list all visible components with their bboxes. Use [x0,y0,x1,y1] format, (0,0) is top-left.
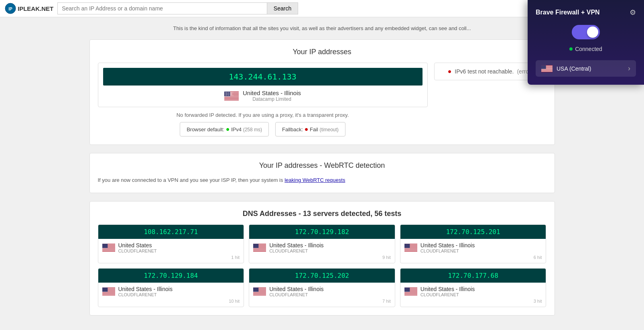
dns-card-body: United States CLOUDFLARENET 1 hit [98,239,244,263]
svg-rect-8 [224,99,239,100]
dns-card-isp: CLOUDFLARENET [269,292,323,297]
svg-rect-51 [253,292,266,293]
browser-default-label: Browser default: [187,126,224,132]
vpn-header: Brave Firewall + VPN ⚙ [536,8,636,17]
dns-card-location: United States - Illinois CLOUDFLARENET [253,242,391,253]
svg-rect-69 [541,71,553,71]
svg-rect-68 [541,70,553,70]
fallback-status: Fail [310,126,318,132]
dns-card-location: United States CLOUDFLARENET [102,242,240,253]
dns-card: 172.70.177.68 United States - Illin [400,268,546,307]
dns-card-body: United States - Illinois CLOUDFLARENET 9… [249,239,395,263]
dns-section: DNS Addresses - 13 servers detected, 56 … [89,201,555,316]
svg-rect-67 [541,69,553,69]
webrtc-link[interactable]: leaking WebRTC requests [284,177,345,183]
dns-card: 108.162.217.71 United States [98,224,244,263]
dns-card-location: United States - Illinois CLOUDFLARENET [102,286,240,297]
dns-card-body: United States - Illinois CLOUDFLARENET 7… [249,283,395,307]
dns-card-isp: CLOUDFLARENET [421,249,475,253]
search-button[interactable]: Search [267,2,298,14]
svg-rect-70 [541,65,546,69]
main-content: This is the kind of information that all… [81,17,563,330]
vpn-title: Brave Firewall + VPN [536,9,600,16]
svg-rect-6 [224,96,239,97]
ip-row: 143.244.61.133 ★ ★ ★ ★ ★ [98,63,546,136]
ip-location-country: United States - Illinois [243,90,301,96]
dns-card: 172.70.125.202 United States - Illi [249,268,395,307]
us-flag-main: ★ ★ ★ ★ ★ ★ ★ ★ ★ ★ ★ ★ ★ ★ ★ ★ ★ ★ ★ ★ … [224,92,239,100]
dns-card-country: United States - Illinois [269,286,323,292]
browser-default-badge: Browser default: ● IPv4 (258 ms) [180,122,269,136]
vpn-location-name: USA (Central) [557,65,591,72]
dns-card-body: United States - Illinois CLOUDFLARENET 1… [98,283,244,307]
dns-card-hits: 6 hit [404,255,542,260]
ipv4-dot: ● [226,126,230,132]
dns-card-ip: 172.70.125.202 [249,269,395,283]
vpn-panel: Brave Firewall + VPN ⚙ Connected USA (Ce… [528,0,644,85]
dns-card-ip: 172.70.125.201 [400,225,546,239]
svg-rect-20 [102,249,115,250]
fallback-note: (timeout) [320,127,339,132]
dns-card-body: United States - Illinois CLOUDFLARENET 3… [400,283,546,307]
svg-rect-53 [253,294,266,295]
vpn-flag-icon [541,65,553,72]
dns-card-isp: CLOUDFLARENET [118,249,157,253]
dns-card: 172.70.129.184 United States - Illi [98,268,244,307]
svg-rect-36 [404,249,417,250]
intro-text: This is the kind of information that all… [89,25,555,31]
webrtc-text: If you are now connected to a VPN and yo… [98,176,546,185]
dns-card-country: United States [118,242,157,249]
vpn-status-text: Connected [575,46,602,52]
dns-title: DNS Addresses - 13 servers detected, 56 … [98,210,546,218]
ip-section: Your IP addresses 143.244.61.133 [89,39,555,145]
vpn-toggle[interactable] [572,25,600,39]
dns-card-hits: 9 hit [253,255,391,260]
vpn-gear-icon[interactable]: ⚙ [630,8,636,17]
svg-text:★ ★ ★ ★ ★ ★: ★ ★ ★ ★ ★ ★ [225,94,233,96]
search-input[interactable] [57,2,267,14]
svg-rect-62 [404,287,410,292]
dns-flag-icon [404,244,417,252]
svg-rect-29 [253,251,266,251]
dns-card-hits: 7 hit [253,299,391,304]
dns-card-isp: CLOUDFLARENET [118,292,173,297]
svg-rect-46 [102,287,108,292]
vpn-toggle-row [536,25,636,39]
svg-rect-35 [404,248,417,249]
logo: IP IPLEAK.NET [5,3,53,14]
dns-card-country: United States - Illinois [269,242,323,249]
svg-rect-7 [224,98,239,98]
dns-card-location: United States - Illinois CLOUDFLARENET [253,286,391,297]
dns-card-isp: CLOUDFLARENET [421,292,475,297]
dns-card-country: United States - Illinois [421,242,475,249]
ip-location-isp: Datacamp Limited [243,96,301,102]
browser-default-ms: (258 ms) [243,127,262,132]
fallback-badge: Fallback: ● Fail (timeout) [275,122,345,136]
svg-text:IP: IP [8,7,12,11]
dns-card: 172.70.129.182 United States - Illi [249,224,395,263]
webrtc-section: Your IP addresses - WebRTC detection If … [89,153,555,193]
logo-icon: IP [5,3,16,14]
vpn-location-selector[interactable]: USA (Central) › [536,60,636,77]
svg-rect-38 [404,244,410,248]
dns-card-hits: 3 hit [404,299,542,304]
svg-rect-22 [102,244,108,248]
ip-tests: Browser default: ● IPv4 (258 ms) Fallbac… [98,122,428,136]
svg-rect-52 [253,293,266,294]
svg-rect-37 [404,251,417,251]
ipv6-label: IPv6 test not reachable. [455,68,514,75]
svg-rect-43 [102,292,115,293]
dns-card-country: United States - Illinois [421,286,475,292]
vpn-status-dot [569,47,573,51]
svg-rect-21 [102,251,115,251]
dns-flag-icon [404,287,417,295]
ip-section-title: Your IP addresses [98,48,546,56]
ip-location: ★ ★ ★ ★ ★ ★ ★ ★ ★ ★ ★ ★ ★ ★ ★ ★ ★ ★ ★ ★ … [103,90,423,102]
search-form: Search [57,2,298,14]
dns-flag-icon [253,244,266,252]
vpn-location-left: USA (Central) [541,65,591,72]
dns-flag-icon [102,287,115,295]
dns-card-hits: 10 hit [102,299,240,304]
browser-default-protocol: IPv4 [231,126,242,132]
dns-card-ip: 172.70.129.184 [98,269,244,283]
